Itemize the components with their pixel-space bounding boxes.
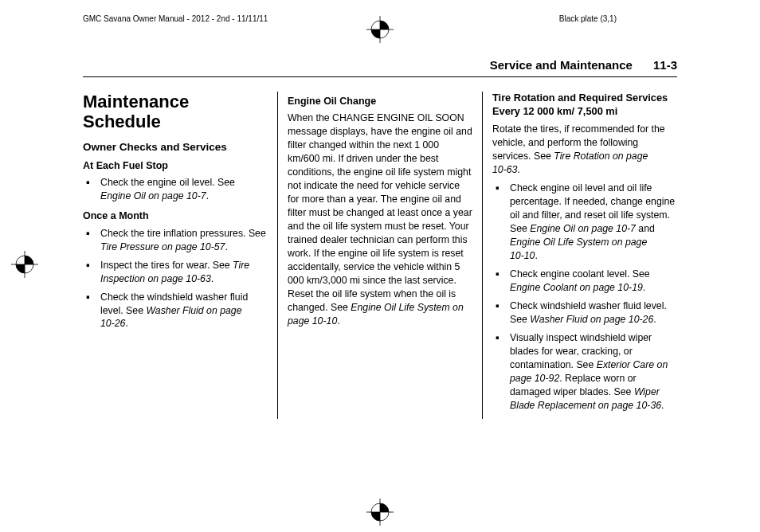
heading-engine-oil-change: Engine Oil Change <box>288 95 472 108</box>
ref-text: Engine Oil on page 10‑7 <box>530 223 636 234</box>
ref-text: Engine Oil Life System on page 10‑10 <box>510 237 647 261</box>
crop-mark-top-icon <box>366 16 394 43</box>
heading-owner-checks: Owner Checks and Services <box>83 140 268 155</box>
list-item: Inspect the tires for wear. See Tire Ins… <box>83 259 268 286</box>
body-text: Inspect the tires for wear. See <box>100 260 233 271</box>
body-text: . <box>337 315 339 327</box>
heading-each-fuel-stop: At Each Fuel Stop <box>83 159 268 173</box>
crop-mark-left-icon <box>11 251 38 281</box>
content-area: Maintenance Schedule Owner Checks and Se… <box>0 77 760 419</box>
list-item: Visually inspect windshield wiper blades… <box>492 331 677 413</box>
list-item: Check engine oil level and oil life perc… <box>492 182 677 263</box>
heading-maintenance-schedule: Maintenance Schedule <box>83 92 268 132</box>
body-text: . <box>653 314 656 325</box>
heading-once-a-month: Once a Month <box>83 209 268 223</box>
body-text: . <box>125 318 127 329</box>
body-text: . <box>643 282 645 293</box>
ref-text: Engine Oil on page 10‑7 <box>100 190 206 201</box>
ref-text: Engine Coolant on page 10‑19 <box>510 282 643 293</box>
body-text: . <box>225 241 227 252</box>
list-item: Check the engine oil level. See Engine O… <box>83 176 268 203</box>
paragraph-engine-oil: When the CHANGE ENGINE OIL SOON message … <box>288 111 472 328</box>
section-name: Service and Maintenance <box>490 58 633 72</box>
column-2: Engine Oil Change When the CHANGE ENGINE… <box>278 92 483 419</box>
list-tire-services: Check engine oil level and oil life perc… <box>492 182 677 413</box>
body-text: Check engine coolant level. See <box>510 268 650 280</box>
body-text: . <box>211 273 214 284</box>
body-text: . <box>661 400 664 411</box>
column-1: Maintenance Schedule Owner Checks and Se… <box>83 92 278 419</box>
body-text: Check the tire inflation pressures. See <box>100 228 266 239</box>
plate-info: Black plate (3,1) <box>559 14 617 23</box>
page-number: 11-3 <box>653 58 677 72</box>
doc-info: GMC Savana Owner Manual - 2012 - 2nd - 1… <box>83 14 268 23</box>
list-monthly: Check the tire inflation pressures. See … <box>83 227 268 331</box>
body-text: and <box>636 223 655 234</box>
crop-mark-bottom-icon <box>366 499 394 529</box>
page-header: GMC Savana Owner Manual - 2012 - 2nd - 1… <box>0 0 760 29</box>
list-item: Check engine coolant level. See Engine C… <box>492 268 677 295</box>
list-item: Check the tire inflation pressures. See … <box>83 227 268 254</box>
column-3: Tire Rotation and Required Services Ever… <box>483 92 677 419</box>
list-item: Check windshield washer fluid level. See… <box>492 299 677 327</box>
ref-text: Washer Fluid on page 10‑26 <box>530 314 653 325</box>
heading-tire-rotation: Tire Rotation and Required Services Ever… <box>492 92 677 118</box>
body-text: . <box>517 164 519 175</box>
list-fuel-stop: Check the engine oil level. See Engine O… <box>83 176 268 203</box>
body-text: . <box>535 250 537 261</box>
paragraph-tire-intro: Rotate the tires, if recommended for the… <box>492 123 677 177</box>
body-text: When the CHANGE ENGINE OIL SOON message … <box>288 112 472 313</box>
body-text: Check the engine oil level. See <box>100 177 235 188</box>
ref-text: Tire Pressure on page 10‑57 <box>100 241 225 252</box>
list-item: Check the windshield washer fluid level.… <box>83 291 268 331</box>
body-text: . <box>206 190 209 201</box>
